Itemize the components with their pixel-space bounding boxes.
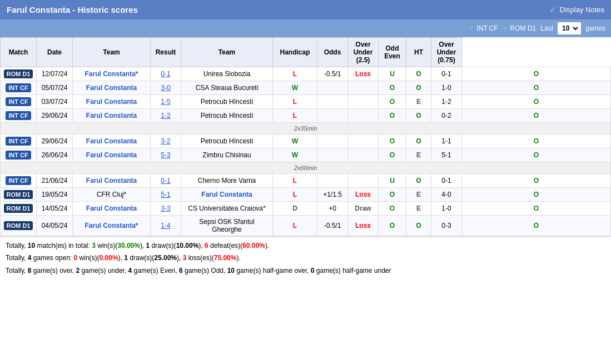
- filter-bar: ✓ INT CF ✓ ROM D1 Last 5 10 15 20 25 30 …: [0, 19, 611, 37]
- match-result[interactable]: 0-1: [151, 67, 181, 81]
- handicap-value: +0: [317, 202, 348, 216]
- odds-result: Draw: [348, 202, 379, 216]
- ou075-value: O: [462, 188, 611, 202]
- oe-value: E: [406, 202, 431, 216]
- team2-name[interactable]: CS Universitatea Craiova*: [181, 202, 273, 216]
- wl-indicator: W: [273, 148, 317, 162]
- match-result[interactable]: 1-5: [151, 95, 181, 109]
- match-badge: ROM D1: [1, 202, 37, 216]
- separator-text: 2x60min: [1, 162, 611, 174]
- ou075-value: O: [462, 202, 611, 216]
- ou25-value: O: [379, 148, 406, 162]
- ou25-value: U: [379, 174, 406, 188]
- handicap-value: +1/1.5: [317, 188, 348, 202]
- wl-indicator: L: [273, 216, 317, 236]
- ou075-value: O: [462, 148, 611, 162]
- match-date: 12/07/24: [37, 67, 73, 81]
- romd1-filter-label[interactable]: ✓ ROM D1: [503, 24, 537, 32]
- competition-badge: INT CF: [6, 151, 31, 159]
- ht-score: 1-1: [431, 134, 462, 148]
- handicap-value: -0.5/1: [317, 67, 348, 81]
- oe-value: E: [406, 148, 431, 162]
- display-notes-checkbox-icon[interactable]: ✓: [549, 4, 557, 15]
- col-ou075: Over Under (0.75): [431, 38, 462, 67]
- team1-name[interactable]: Farul Constanta: [73, 148, 151, 162]
- romd1-checkbox-icon[interactable]: ✓: [503, 24, 508, 32]
- match-result[interactable]: 5-1: [151, 188, 181, 202]
- team2-name[interactable]: Petrocub HIncesti: [181, 95, 273, 109]
- col-oe: Odd Even: [379, 38, 406, 67]
- odds-result: [348, 109, 379, 123]
- table-row: ROM D104/05/24Farul Constanta*1-4Sepsi O…: [1, 216, 611, 236]
- handicap-value: -0.5/1: [317, 216, 348, 236]
- team1-name[interactable]: Farul Constanta: [73, 202, 151, 216]
- oe-value: O: [406, 67, 431, 81]
- team2-name[interactable]: Zimbru Chisinau: [181, 148, 273, 162]
- ou075-value: O: [462, 67, 611, 81]
- wl-indicator: L: [273, 188, 317, 202]
- competition-badge: ROM D1: [4, 221, 33, 230]
- match-badge: INT CF: [1, 134, 37, 148]
- ou075-value: O: [462, 109, 611, 123]
- match-date: 21/06/24: [37, 174, 73, 188]
- team2-name[interactable]: Unirea Slobozia: [181, 67, 273, 81]
- ou075-value: O: [462, 216, 611, 236]
- ht-score: 0-3: [431, 216, 462, 236]
- ou075-value: O: [462, 174, 611, 188]
- oe-value: O: [406, 216, 431, 236]
- separator-row: 2x60min: [1, 162, 611, 174]
- summary-line-2: Totally, 4 games open: 0 win(s)(0.00%), …: [6, 252, 605, 263]
- team1-name[interactable]: Farul Constanta*: [73, 67, 151, 81]
- ou075-value: O: [462, 81, 611, 95]
- team1-name[interactable]: Farul Constanta: [73, 109, 151, 123]
- ht-score: 4-0: [431, 188, 462, 202]
- table-row: INT CF29/06/24Farul Constanta1-2Petrocub…: [1, 109, 611, 123]
- display-notes-label: Display Notes: [560, 6, 604, 14]
- match-badge: INT CF: [1, 109, 37, 123]
- match-result[interactable]: 3-0: [151, 81, 181, 95]
- team1-name[interactable]: CFR Cluj*: [73, 188, 151, 202]
- ou25-value: O: [379, 216, 406, 236]
- oe-value: O: [406, 81, 431, 95]
- separator-row: 2x35min: [1, 123, 611, 134]
- team2-name[interactable]: Petrocub HIncesti: [181, 109, 273, 123]
- team1-name[interactable]: Farul Constanta: [73, 134, 151, 148]
- handicap-value: [317, 134, 348, 148]
- competition-badge: INT CF: [6, 97, 31, 106]
- match-result[interactable]: 3-3: [151, 202, 181, 216]
- match-result[interactable]: 1-2: [151, 109, 181, 123]
- intcf-label: INT CF: [476, 24, 498, 32]
- ou075-value: O: [462, 95, 611, 109]
- team1-name[interactable]: Farul Constanta: [73, 81, 151, 95]
- team2-name[interactable]: CSA Steaua Bucureti: [181, 81, 273, 95]
- team1-name[interactable]: Farul Constanta: [73, 174, 151, 188]
- team2-name[interactable]: Farul Constanta: [181, 188, 273, 202]
- ou25-value: O: [379, 202, 406, 216]
- match-result[interactable]: 0-1: [151, 174, 181, 188]
- last-games-select[interactable]: 5 10 15 20 25 30: [558, 22, 581, 34]
- summary-section: Totally, 10 match(es) in total: 3 win(s)…: [0, 236, 611, 281]
- table-row: ROM D119/05/24CFR Cluj*5-1Farul Constant…: [1, 188, 611, 202]
- odds-result: [348, 134, 379, 148]
- match-date: 14/05/24: [37, 202, 73, 216]
- intcf-filter-label[interactable]: ✓ INT CF: [469, 24, 498, 32]
- team1-name[interactable]: Farul Constanta*: [73, 216, 151, 236]
- odds-result: Loss: [348, 188, 379, 202]
- wl-indicator: L: [273, 109, 317, 123]
- match-result[interactable]: 3-2: [151, 134, 181, 148]
- match-badge: INT CF: [1, 95, 37, 109]
- ht-score: 1-0: [431, 81, 462, 95]
- team2-name[interactable]: Petrocub HIncesti: [181, 134, 273, 148]
- competition-badge: INT CF: [6, 137, 31, 146]
- team2-name[interactable]: Cherno More Varna: [181, 174, 273, 188]
- match-result[interactable]: 5-3: [151, 148, 181, 162]
- col-team2: Team: [181, 38, 273, 67]
- table-row: INT CF05/07/24Farul Constanta3-0CSA Stea…: [1, 81, 611, 95]
- match-result[interactable]: 1-4: [151, 216, 181, 236]
- ou075-value: O: [462, 134, 611, 148]
- match-date: 29/06/24: [37, 134, 73, 148]
- team2-name[interactable]: Sepsi OSK Sfantul Gheorghe: [181, 216, 273, 236]
- intcf-checkbox-icon[interactable]: ✓: [469, 24, 474, 32]
- team1-name[interactable]: Farul Constanta: [73, 95, 151, 109]
- match-badge: INT CF: [1, 81, 37, 95]
